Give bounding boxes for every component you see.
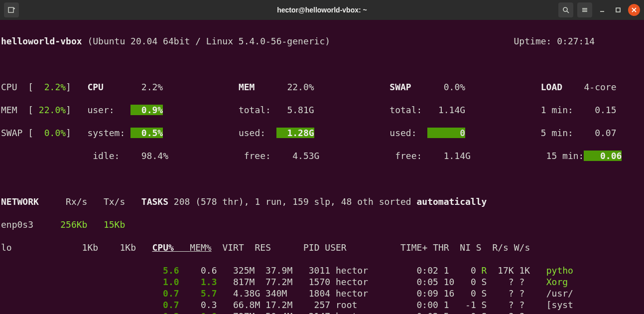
iface-name: lo xyxy=(1,242,12,253)
cell-time: 0:09 xyxy=(389,288,438,299)
cell-state: S xyxy=(482,277,487,287)
cell-thr: 1 xyxy=(444,300,460,310)
new-tab-button[interactable] xyxy=(4,2,19,17)
swap-used-label: used: xyxy=(389,128,416,138)
load-1min-label: 1 min: xyxy=(541,105,573,115)
net-row-2-and-proc-header: lo 1Kb 1Kb CPU% MEM% VIRT RES PID USER T… xyxy=(1,242,639,253)
cell-res: 17.2M xyxy=(265,300,292,310)
cpu-total: 2.2% xyxy=(125,82,163,92)
col-ni[interactable]: NI xyxy=(460,242,471,253)
cell-thr: 10 xyxy=(444,277,460,287)
cell-res: 340M xyxy=(265,288,292,299)
col-res[interactable]: RES xyxy=(255,242,271,253)
tasks-sort-mode: automatically xyxy=(416,196,487,207)
cell-mem: 0.3 xyxy=(201,300,222,310)
cell-time: 0:00 xyxy=(389,300,438,310)
col-pid[interactable]: PID xyxy=(303,242,320,253)
cell-rs: ? xyxy=(492,300,514,310)
stats-row-2: MEM [ 22.0%] user: 0.9% total: 5.81G tot… xyxy=(1,104,639,116)
col-virt[interactable]: VIRT xyxy=(222,242,244,253)
tasks-sorted-label: sorted xyxy=(379,196,417,207)
sum-mem-label: MEM [ xyxy=(1,105,33,115)
cell-mem: 0.8 xyxy=(201,311,222,314)
cpu-title: CPU xyxy=(87,82,104,92)
table-row[interactable]: 0.7 5.7 4.38G 340M 1804 hector 0:09 16 0… xyxy=(1,288,639,299)
tasks-label: TASKS xyxy=(141,196,168,207)
mem-total-val: 5.81G xyxy=(276,105,314,115)
cell-thr: 1 xyxy=(444,265,460,276)
terminal-content[interactable]: helloworld-vbox (Ubuntu 20.04 64bit / Li… xyxy=(0,20,644,314)
bracket: ] xyxy=(66,128,71,138)
iface-name: enp0s3 xyxy=(1,219,33,230)
mem-free-val: 4.53G xyxy=(282,151,320,161)
table-row[interactable]: 1.0 1.3 817M 77.2M 1570 hector 0:05 10 0… xyxy=(1,276,639,288)
cell-rs: 17K xyxy=(492,265,514,276)
table-row[interactable]: 5.6 0.6 325M 37.9M 3011 hector 0:02 1 0 … xyxy=(1,265,639,276)
sum-cpu-label: CPU [ xyxy=(1,82,33,92)
load-title: LOAD xyxy=(541,82,562,92)
cell-command: Xorg xyxy=(546,277,568,287)
network-title: NETWORK xyxy=(1,196,39,207)
cell-res: 37.9M xyxy=(265,265,292,276)
sum-cpu-pct: 2.2% xyxy=(33,82,66,92)
load-15min-label: 15 min: xyxy=(546,151,584,161)
cell-command: pytho xyxy=(546,265,573,276)
menu-button[interactable] xyxy=(577,2,592,17)
close-button[interactable] xyxy=(628,4,640,16)
bracket: ] xyxy=(66,82,71,92)
svg-point-3 xyxy=(563,7,567,11)
cell-ws: ? xyxy=(519,288,530,299)
stats-row-4: idle: 98.4% free: 4.53G free: 1.14G 15 m… xyxy=(1,150,639,161)
table-row[interactable]: 0.3 0.8 797M 50.4M 2147 hector 0:02 5 0 … xyxy=(1,311,639,314)
table-row[interactable]: 0.7 0.3 66.8M 17.2M 257 root 0:00 1 -1 S… xyxy=(1,299,639,311)
col-user[interactable]: USER xyxy=(325,242,346,253)
iface-rx: 256Kb xyxy=(60,219,87,230)
cell-res: 77.2M xyxy=(265,277,292,287)
search-button[interactable] xyxy=(558,2,573,17)
col-cpu[interactable]: CPU% xyxy=(152,242,173,253)
cell-virt: 817M xyxy=(233,277,260,287)
svg-rect-0 xyxy=(8,7,13,12)
cpu-system-val: 0.5% xyxy=(130,128,163,138)
cell-user: hector xyxy=(336,288,389,299)
cell-command: /usr/ xyxy=(546,288,573,299)
stats-row-1: CPU [ 2.2%] CPU 2.2% MEM 22.0% SWAP 0.0%… xyxy=(1,81,639,93)
cpu-idle-label: idle: xyxy=(93,151,120,161)
load-15min-val: 0.06 xyxy=(584,151,622,161)
maximize-button[interactable] xyxy=(612,4,624,16)
line-header: helloworld-vbox (Ubuntu 20.04 64bit / Li… xyxy=(1,35,639,47)
sum-swap-pct: 0.0% xyxy=(33,128,66,138)
cell-cpu: 0.7 xyxy=(163,288,184,299)
swap-total-val: 1.14G xyxy=(427,105,465,115)
cell-pid: 3011 xyxy=(303,265,330,276)
minimize-button[interactable] xyxy=(596,4,608,16)
col-mem[interactable]: MEM% xyxy=(190,242,211,253)
cell-cpu: 0.3 xyxy=(163,311,184,314)
load-1min-val: 0.15 xyxy=(579,105,617,115)
cell-ws: ? xyxy=(519,300,530,310)
cpu-system-label: system: xyxy=(87,128,125,138)
cell-ws: ? xyxy=(519,277,530,287)
cell-thr: 16 xyxy=(444,288,460,299)
cell-state: S xyxy=(482,311,487,314)
stats-row-3: SWAP [ 0.0%] system: 0.5% used: 1.28G us… xyxy=(1,127,639,139)
tasks-summary: 208 (578 thr), 1 run, 159 slp, 48 oth xyxy=(168,196,379,207)
col-s[interactable]: S xyxy=(476,242,482,253)
col-rs[interactable]: R/s xyxy=(492,242,509,253)
swap-used-val: 0 xyxy=(427,128,465,138)
cell-virt: 797M xyxy=(233,311,260,314)
cell-command: [syst xyxy=(546,300,573,310)
cell-cpu: 1.0 xyxy=(163,277,184,287)
cell-virt: 325M xyxy=(233,265,260,276)
load-core: 4-core xyxy=(584,82,617,92)
col-ws[interactable]: W/s xyxy=(514,242,530,253)
swap-free-label: free: xyxy=(395,151,422,161)
cell-pid: 2147 xyxy=(303,311,330,314)
svg-rect-9 xyxy=(616,8,620,12)
col-time[interactable]: TIME+ xyxy=(400,242,427,253)
cell-state: S xyxy=(482,300,487,310)
blank-line xyxy=(1,173,639,184)
blank-line xyxy=(1,58,639,70)
cpu-user-val: 0.9% xyxy=(130,105,163,115)
col-thr[interactable]: THR xyxy=(433,242,449,253)
